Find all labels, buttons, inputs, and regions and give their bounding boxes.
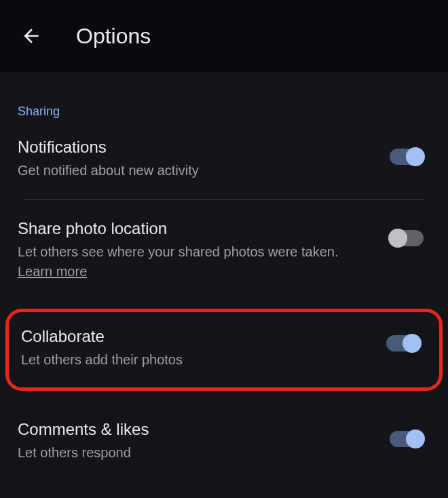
toggle-comments-likes[interactable] (390, 431, 424, 447)
setting-description: Get notified about new activity (18, 161, 376, 180)
setting-comments-likes[interactable]: Comments & likes Let others respond (18, 401, 430, 482)
setting-title: Comments & likes (18, 420, 376, 439)
section-label-sharing: Sharing (0, 72, 448, 119)
back-arrow-icon[interactable] (20, 25, 42, 47)
toggle-knob (388, 229, 407, 248)
setting-description: Let others respond (18, 443, 376, 463)
setting-description: Let others see where your shared photos … (18, 242, 376, 282)
setting-description: Let others add their photos (21, 350, 373, 370)
setting-text: Notifications Get notified about new act… (18, 138, 390, 180)
learn-more-link[interactable]: Learn more (18, 264, 87, 279)
highlight-collaborate: Collaborate Let others add their photos (5, 309, 443, 391)
setting-title: Share photo location (18, 219, 376, 238)
page-title: Options (76, 24, 151, 49)
app-header: Options (0, 0, 448, 72)
description-text: Let others see where your shared photos … (18, 244, 339, 259)
setting-text: Comments & likes Let others respond (18, 420, 390, 463)
setting-text: Collaborate Let others add their photos (21, 327, 386, 370)
toggle-knob (403, 334, 422, 353)
toggle-collaborate[interactable] (386, 335, 420, 351)
setting-notifications[interactable]: Notifications Get notified about new act… (18, 119, 430, 199)
toggle-knob (406, 147, 425, 166)
toggle-share-photo-location[interactable] (390, 230, 424, 246)
toggle-knob (406, 429, 425, 448)
setting-collaborate[interactable]: Collaborate Let others add their photos (21, 327, 420, 370)
setting-text: Share photo location Let others see wher… (18, 219, 390, 282)
toggle-notifications[interactable] (390, 149, 424, 165)
settings-list: Notifications Get notified about new act… (0, 119, 448, 482)
setting-share-photo-location[interactable]: Share photo location Let others see wher… (18, 200, 430, 301)
setting-title: Collaborate (21, 327, 373, 346)
setting-title: Notifications (18, 138, 376, 157)
